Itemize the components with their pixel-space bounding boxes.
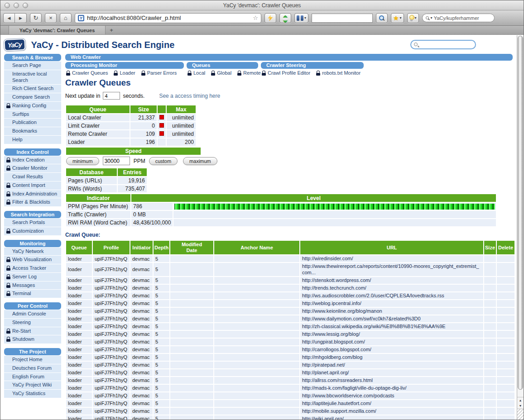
cell: [170, 369, 213, 376]
lightbulb-icon: [409, 15, 414, 21]
lock-column: [5, 137, 12, 137]
new-tab-button[interactable]: +: [106, 26, 117, 34]
sidebar-item-shutdown[interactable]: Shutdown: [4, 335, 61, 344]
resize-grip[interactable]: [517, 409, 524, 420]
cell: upiFJ7Fh1hyQ: [93, 415, 130, 420]
menu-item-crawl-profile-editor[interactable]: Crawl Profile Editor: [262, 70, 310, 76]
lightning-icon: [268, 15, 273, 21]
cell: loader: [66, 292, 92, 299]
indicator-value-cell: 0 MB: [131, 211, 173, 218]
sidebar-item-filter-blacklists[interactable]: Filter & Blacklists: [4, 198, 61, 206]
sidebar-item-server-log[interactable]: Server Log: [4, 273, 61, 281]
sidebar-item-index-creation[interactable]: Index Creation: [4, 156, 61, 164]
cell: [497, 392, 514, 399]
cell: 5: [154, 392, 169, 399]
sidebar-item-yacy-network[interactable]: YaCy Network: [4, 248, 61, 256]
binoculars-button[interactable]: ▾: [294, 13, 308, 23]
sidebar-item-bookmarks[interactable]: Bookmarks: [4, 127, 61, 135]
sidebar-item-search-portals[interactable]: Search Portals: [4, 219, 61, 227]
sidebar-item-crawler-monitor[interactable]: Crawler Monitor: [4, 164, 61, 172]
page-search-input[interactable]: [420, 42, 472, 48]
find-button[interactable]: [376, 13, 388, 23]
cell: devmac: [130, 255, 153, 262]
window-titlebar[interactable]: YaCy 'devmac': Crawler Queues: [0, 0, 524, 10]
cell: devmac: [130, 400, 153, 407]
minimize-window-button[interactable]: [14, 3, 19, 8]
sidebar-item-crawl-results[interactable]: Crawl Results: [4, 173, 61, 181]
ppm-input[interactable]: [103, 157, 130, 165]
lightbulb-button[interactable]: ▾: [407, 13, 419, 23]
cell: loader: [66, 255, 92, 262]
sidebar-item-rich-client-search[interactable]: Rich Client Search: [4, 85, 61, 93]
tab-crawler-queues[interactable]: YaCy 'devmac': Crawler Queues: [9, 26, 106, 34]
next-update-input[interactable]: [103, 92, 120, 100]
url-cell: http://zh-classical.wikipedia.org/wiki/%…: [300, 323, 483, 330]
sidebar-item-interactive-local-search[interactable]: Interactive local Search: [4, 70, 61, 85]
home-button[interactable]: ⌂: [60, 13, 72, 23]
scrollbar-thumb[interactable]: [518, 36, 523, 390]
page-search-box[interactable]: [410, 40, 476, 49]
sidebar-item-ranking-config[interactable]: Ranking Config: [4, 102, 61, 110]
sidebar-item-compare-search[interactable]: Compare Search: [4, 93, 61, 101]
reload-button[interactable]: ↻: [30, 13, 42, 23]
address-bar[interactable]: Y ☆: [75, 13, 261, 23]
sidebar-item-access-tracker[interactable]: Access Tracker: [4, 264, 61, 272]
forward-button[interactable]: ▶: [15, 13, 27, 23]
cell: [484, 369, 496, 376]
scroll-up-button[interactable]: ▲: [517, 397, 524, 403]
shrink-button[interactable]: [279, 13, 291, 23]
close-window-button[interactable]: [5, 3, 10, 8]
menu-item-loader[interactable]: Loader: [114, 70, 135, 76]
sidebar-item-publication[interactable]: Publication: [4, 119, 61, 127]
sidebar-item-label: Index Creation: [12, 157, 45, 163]
sidebar-item-english-forum[interactable]: English Forum: [4, 373, 61, 381]
sidebar-item-yacy-statistics[interactable]: YaCy Statistics: [4, 390, 61, 398]
sidebar-item-yacy-project-wiki[interactable]: YaCy Project Wiki: [4, 381, 61, 389]
vertical-scrollbar[interactable]: ▲ ▼: [517, 35, 524, 420]
pause-button[interactable]: [159, 131, 164, 136]
lock-column: [5, 103, 12, 108]
sidebar-item-terminal[interactable]: Terminal: [4, 290, 61, 298]
url-input[interactable]: [87, 14, 250, 21]
lightning-button[interactable]: [264, 13, 276, 23]
sidebar-item-admin-console[interactable]: Admin Console: [4, 310, 61, 318]
sidebar-item-content-import[interactable]: Content Import: [4, 181, 61, 190]
menu-item-parser-errors[interactable]: Parser Errors: [141, 70, 177, 76]
zoom-window-button[interactable]: [23, 3, 28, 8]
sidebar-item-messages[interactable]: Messages: [4, 282, 61, 290]
menu-item-remote[interactable]: Remote: [237, 70, 261, 76]
stop-button[interactable]: ×: [45, 13, 57, 23]
cell: [484, 392, 496, 399]
cell: [170, 408, 213, 415]
back-button[interactable]: ◀: [3, 13, 15, 23]
menu-item-global[interactable]: Global: [211, 70, 231, 76]
bookmarks-menu-button[interactable]: ★▾: [391, 13, 404, 23]
scroll-down-button[interactable]: ▼: [517, 403, 524, 408]
maximum-button[interactable]: maximum: [183, 157, 217, 165]
url-cell: http://mhgoldberg.com/blog: [300, 354, 483, 361]
pause-button[interactable]: [159, 123, 164, 128]
menu-item-crawler-queues[interactable]: Crawler Queues: [66, 70, 108, 76]
access-timing-link[interactable]: See a access timing here: [159, 93, 220, 99]
sidebar-item-help[interactable]: Help: [4, 136, 61, 144]
sidebar-item-surftips[interactable]: Surftips: [4, 110, 61, 119]
menu-item-robots-txt-monitor[interactable]: robots.txt Monitor: [316, 70, 361, 76]
sidebar-item-index-administration[interactable]: Index Administration: [4, 190, 61, 198]
crawl-row: loaderupiFJ7Fh1hyQdevmac5http://wiredins…: [66, 255, 514, 262]
sidebar-item-customization[interactable]: Customization: [4, 227, 61, 235]
sidebar-item-project-home[interactable]: Project Home: [4, 356, 61, 364]
url-cell: http://laptitejulie.hautetfort.com/: [300, 400, 483, 407]
custom-button[interactable]: custom: [149, 157, 178, 165]
minimum-button[interactable]: minimum: [66, 157, 99, 165]
web-search-field[interactable]: ▾: [422, 14, 495, 22]
pause-button[interactable]: [159, 115, 164, 119]
sidebar-item-steering[interactable]: Steering: [4, 319, 61, 327]
menu-item-local[interactable]: Local: [187, 70, 205, 76]
bookmark-star-icon[interactable]: ☆: [253, 14, 258, 21]
web-search-input[interactable]: [434, 15, 491, 21]
find-input[interactable]: [312, 14, 373, 23]
sidebar-item-search-page[interactable]: Search Page: [4, 62, 61, 70]
sidebar-item-deutsches-forum[interactable]: Deutsches Forum: [4, 364, 61, 372]
sidebar-item-re-start[interactable]: Re-Start: [4, 327, 61, 335]
sidebar-item-web-visualization[interactable]: Web Visualization: [4, 256, 61, 264]
